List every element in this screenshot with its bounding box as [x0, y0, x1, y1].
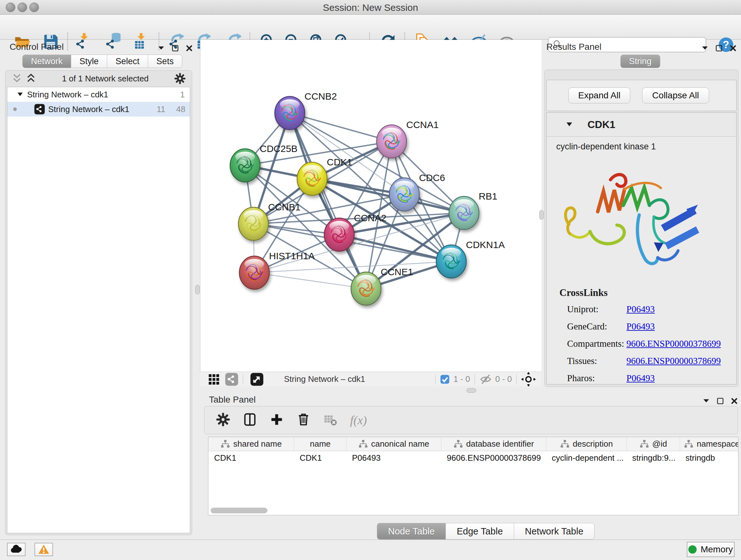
table-cell[interactable]: P06493	[346, 451, 441, 465]
node-label: CCNB2	[305, 91, 337, 102]
network-node[interactable]: RB1	[449, 191, 497, 230]
network-edge[interactable]	[254, 273, 366, 289]
right-splitter-handle[interactable]	[539, 210, 544, 220]
table-cell[interactable]: stringdb:9...	[626, 451, 680, 465]
hidden-count: 0 - 0	[495, 374, 512, 384]
import-network-from-file-button[interactable]	[72, 31, 93, 52]
memory-button[interactable]: Memory	[687, 542, 735, 557]
column-header-label: namespace	[697, 439, 738, 449]
gene-description: cyclin-dependent kinase 1	[547, 137, 736, 152]
network-node[interactable]: CDKN1A	[436, 240, 505, 278]
close-panel-icon[interactable]	[185, 44, 193, 52]
network-edge[interactable]	[290, 113, 366, 289]
result-gene-title: CDK1	[588, 119, 615, 131]
grid-menu-icon[interactable]	[208, 373, 220, 385]
column-header-canonical-name[interactable]: canonical name	[346, 437, 441, 451]
tab-select[interactable]: Select	[107, 55, 148, 68]
collapse-section-icon[interactable]	[565, 120, 574, 129]
tab-style[interactable]: Style	[71, 55, 107, 68]
column-header-shared-name[interactable]: shared name	[208, 437, 294, 451]
tab-string[interactable]: String	[620, 55, 660, 68]
pan-crosshair-icon[interactable]	[521, 372, 536, 387]
memory-label: Memory	[700, 544, 733, 555]
crosslink-link[interactable]: P06493	[626, 304, 655, 314]
import-network-from-database-button[interactable]	[103, 31, 124, 52]
show-columns-icon[interactable]	[243, 413, 257, 428]
maximize-panel-icon[interactable]	[716, 397, 724, 405]
network-graph[interactable]: CCNB2 CCNA1 CDC25B CDK1 CDC6 RB1	[200, 40, 542, 372]
detach-view-icon[interactable]	[250, 373, 264, 386]
tab-edge-table[interactable]: Edge Table	[446, 523, 514, 540]
float-panel-icon[interactable]	[701, 44, 709, 52]
column-header-label: shared name	[233, 439, 282, 449]
column-type-icon	[358, 439, 368, 449]
close-panel-icon[interactable]	[730, 397, 738, 405]
column-header-database-identifier[interactable]: database identifier	[441, 437, 546, 451]
table-cell[interactable]: CDK1	[208, 451, 294, 465]
crosslink-row: GeneCard: P06493	[567, 318, 736, 335]
crosslink-link[interactable]: 9606.ENSP00000378699	[626, 356, 721, 366]
network-edge[interactable]	[339, 235, 451, 261]
crosslink-row: Uniprot: P06493	[567, 300, 736, 318]
network-tree-root-row[interactable]: String Network – cdk1 1	[7, 87, 190, 102]
cloud-button[interactable]	[7, 543, 25, 556]
table-horizontal-scrollbar[interactable]	[211, 508, 267, 513]
result-section-header[interactable]: CDK1	[546, 112, 737, 137]
network-node[interactable]: CCNE1	[351, 266, 413, 305]
network-label: String Network – cdk1	[48, 105, 129, 114]
hidden-eye-icon[interactable]	[479, 373, 492, 386]
float-panel-icon[interactable]	[157, 44, 165, 52]
collapse-all-icon[interactable]	[11, 73, 22, 84]
column-header-description[interactable]: description	[546, 437, 626, 451]
maximize-panel-icon[interactable]	[715, 44, 723, 52]
main-toolbar: ?	[0, 15, 741, 40]
expander-icon[interactable]	[16, 91, 24, 98]
crosslink-link[interactable]: P06493	[626, 321, 655, 332]
add-column-icon[interactable]	[270, 413, 284, 428]
tab-network-table[interactable]: Network Table	[514, 523, 595, 540]
column-header-name[interactable]: name	[294, 437, 346, 451]
expand-all-icon[interactable]	[25, 73, 37, 84]
node-table[interactable]: shared namenamecanonical namedatabase id…	[208, 437, 738, 515]
network-node[interactable]: CDK1	[297, 157, 352, 195]
network-count: 1	[180, 90, 185, 100]
selected-count: 1 - 0	[454, 374, 470, 384]
expand-all-button[interactable]: Expand All	[568, 87, 630, 104]
table-toolbar: f(x)	[204, 406, 738, 434]
app-window: Session: New Session ? Control Panel Net…	[0, 0, 741, 560]
result-section-body: cyclin-dependent kinase 1	[546, 137, 737, 384]
network-node[interactable]: CCNA1	[377, 119, 439, 158]
table-cell[interactable]: 9606.ENSP00000378699	[441, 451, 546, 465]
horizontal-splitter-handle[interactable]	[467, 388, 476, 393]
table-cell[interactable]: cyclin-dependent ...	[546, 451, 626, 465]
network-overview-icon[interactable]	[225, 373, 239, 386]
crosslink-row: Pharos: P06493	[567, 369, 736, 387]
tab-network[interactable]: Network	[22, 55, 71, 68]
table-cell[interactable]: CDK1	[294, 451, 346, 465]
tab-node-table[interactable]: Node Table	[377, 523, 446, 540]
import-table-from-file-button[interactable]	[129, 31, 150, 52]
column-header-namespace[interactable]: namespace	[680, 437, 738, 451]
network-options-gear-icon[interactable]	[174, 73, 186, 84]
delete-column-icon[interactable]	[296, 413, 311, 428]
collapse-all-button[interactable]: Collapse All	[642, 87, 709, 104]
control-panel-title: Control Panel	[10, 42, 64, 52]
current-network-dot-icon	[11, 105, 19, 113]
maximize-panel-icon[interactable]	[171, 44, 179, 52]
network-node[interactable]: CDC6	[389, 172, 445, 211]
function-builder-icon: f(x)	[350, 413, 367, 427]
table-row[interactable]: CDK1CDK1P064939606.ENSP00000378699cyclin…	[208, 451, 738, 465]
crosslink-link[interactable]: 9606.ENSP00000378699	[626, 338, 721, 349]
crosslink-link[interactable]: P06493	[626, 373, 655, 383]
left-splitter-handle[interactable]	[195, 285, 200, 294]
warnings-button[interactable]	[35, 543, 53, 556]
float-panel-icon[interactable]	[702, 397, 711, 405]
tab-sets[interactable]: Sets	[148, 55, 182, 68]
table-cell[interactable]: stringdb	[680, 451, 738, 465]
table-options-gear-icon[interactable]	[216, 413, 230, 428]
network-tree-row[interactable]: String Network – cdk1 11 48	[7, 102, 190, 117]
close-panel-icon[interactable]	[729, 44, 737, 52]
network-canvas[interactable]: CCNB2 CCNA1 CDC25B CDK1 CDC6 RB1	[200, 40, 542, 372]
column-header--id[interactable]: @id	[626, 437, 680, 451]
selected-checkbox-icon[interactable]	[440, 374, 450, 384]
